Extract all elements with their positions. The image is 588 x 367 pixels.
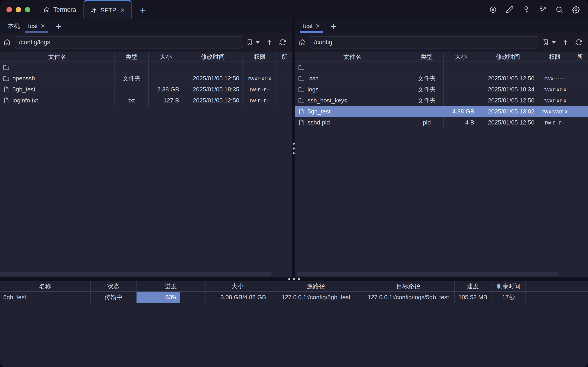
folder-icon	[3, 64, 10, 71]
bookmark-off-icon[interactable]	[542, 39, 549, 46]
close-icon[interactable]: ✕	[41, 23, 45, 29]
left-file-table: 文件名 类型 大小 修改时间 权限 所 .. openssh	[0, 52, 292, 277]
column-header-owner[interactable]: 所	[572, 52, 588, 62]
file-size	[444, 95, 478, 106]
folder-icon	[3, 75, 10, 82]
folder-icon	[298, 64, 305, 71]
column-header-type[interactable]: 类型	[115, 52, 149, 62]
table-row[interactable]: 5gb_test 2.38 GB 2025/01/05 18:35 rw-r--…	[0, 84, 292, 95]
minimize-window-button[interactable]	[16, 7, 21, 12]
left-tab-test[interactable]: test ✕	[24, 19, 49, 33]
close-icon[interactable]: ✕	[120, 7, 125, 14]
column-header-mtime[interactable]: 修改时间	[183, 52, 243, 62]
file-mtime: 2025/01/05 12:50	[478, 117, 538, 128]
right-tab-test[interactable]: test ✕	[299, 19, 324, 33]
tab-sftp[interactable]: SFTP ✕	[84, 0, 132, 19]
file-perm: rwxr-xr-x	[538, 95, 572, 106]
right-new-tab-button[interactable]: ＋	[324, 19, 343, 33]
git-branch-icon[interactable]	[539, 6, 547, 14]
search-icon[interactable]	[555, 6, 563, 14]
horizontal-splitter[interactable]	[0, 277, 588, 281]
column-header-filename[interactable]: 文件名	[295, 52, 410, 62]
transfer-row[interactable]: 5gb_test 传输中 63% 3.08 GB/4.88 GB 127.0.0…	[0, 292, 588, 303]
splitter-dot	[293, 143, 295, 145]
file-size: 127 B	[149, 95, 183, 106]
horizontal-scrollbar[interactable]	[297, 272, 559, 275]
column-header-owner[interactable]: 所	[277, 52, 292, 62]
file-owner	[572, 95, 588, 106]
up-directory-icon[interactable]	[562, 39, 569, 46]
table-row[interactable]: openssh 文件夹 2025/01/05 12:50 rwxr-xr-x	[0, 73, 292, 84]
app-tab-termora[interactable]: Termora	[41, 0, 78, 19]
gear-icon[interactable]	[572, 6, 580, 14]
table-row[interactable]: logs 文件夹 2025/01/05 18:34 rwxr-xr-x	[295, 84, 588, 95]
column-header-size[interactable]: 大小	[149, 52, 183, 62]
sftp-main-area: 本机 test ✕ ＋	[0, 19, 588, 277]
left-path-input[interactable]	[15, 36, 242, 49]
column-header-type[interactable]: 类型	[410, 52, 444, 62]
close-icon[interactable]: ✕	[315, 23, 320, 29]
file-mtime: 2025/01/05 12:50	[478, 95, 538, 106]
transfer-arrows-icon	[90, 7, 97, 14]
home-icon[interactable]	[298, 38, 306, 46]
file-mtime: 2025/01/05 12:50	[183, 73, 243, 84]
home-icon	[43, 6, 50, 13]
left-tab-local[interactable]: 本机	[4, 19, 24, 33]
close-window-button[interactable]	[7, 7, 12, 12]
table-row[interactable]: ssh_host_keys 文件夹 2025/01/05 12:50 rwxr-…	[295, 95, 588, 106]
chevron-down-icon[interactable]	[256, 41, 260, 44]
column-header-size[interactable]: 大小	[444, 52, 478, 62]
column-header-filename[interactable]: 文件名	[0, 52, 115, 62]
file-perm	[538, 62, 572, 73]
table-row[interactable]: sshd.pid pid 4 B 2025/01/05 12:50 rw-r--…	[295, 117, 588, 128]
column-header-mtime[interactable]: 修改时间	[478, 52, 538, 62]
column-header-perm[interactable]: 权限	[538, 52, 572, 62]
right-path-actions	[542, 39, 582, 46]
progress-bar: 63%	[136, 292, 180, 303]
refresh-icon[interactable]	[575, 39, 582, 46]
column-header-progress[interactable]: 进度	[136, 281, 205, 292]
column-header-name[interactable]: 名称	[0, 281, 91, 292]
bookmark-icon[interactable]	[246, 39, 253, 46]
column-header-target[interactable]: 目标路径	[362, 281, 455, 292]
pencil-icon[interactable]	[506, 6, 513, 14]
key-icon[interactable]	[522, 6, 530, 14]
table-row[interactable]: .ssh 文件夹 2025/01/05 12:50 rwx------	[295, 73, 588, 84]
column-header-perm[interactable]: 权限	[243, 52, 277, 62]
file-size: 4 B	[444, 117, 478, 128]
left-new-tab-button[interactable]: ＋	[49, 19, 68, 33]
table-row[interactable]: ..	[295, 62, 588, 73]
right-path-input[interactable]	[310, 36, 538, 49]
file-perm: rwxr-xr-x	[538, 84, 572, 95]
vertical-splitter[interactable]	[292, 19, 295, 277]
bookmark-group	[246, 39, 260, 46]
table-row[interactable]: ..	[0, 62, 292, 73]
horizontal-scrollbar[interactable]	[0, 272, 272, 275]
record-icon[interactable]	[489, 6, 497, 14]
column-header-filler	[526, 281, 588, 292]
tab-sftp-label: SFTP	[101, 7, 116, 14]
file-size	[444, 62, 478, 73]
home-icon[interactable]	[3, 38, 11, 46]
table-row-selected[interactable]: 5gb_test 4.88 GB 2025/01/05 13:02 rwxrwx…	[295, 106, 588, 117]
maximize-window-button[interactable]	[25, 7, 30, 12]
column-header-speed[interactable]: 速度	[455, 281, 491, 292]
file-icon	[3, 86, 10, 93]
refresh-icon[interactable]	[279, 39, 286, 46]
table-row[interactable]: loginfo.txt txt 127 B 2025/01/05 12:50 r…	[0, 95, 292, 106]
right-pathbar	[295, 33, 588, 52]
column-header-status[interactable]: 状态	[91, 281, 136, 292]
new-tab-button[interactable]: ＋	[132, 0, 154, 19]
chevron-down-icon[interactable]	[552, 41, 556, 44]
progress-label: 63%	[165, 294, 178, 301]
column-header-size[interactable]: 大小	[205, 281, 270, 292]
column-header-source[interactable]: 源路径	[270, 281, 362, 292]
titlebar: Termora SFTP ✕ ＋	[0, 0, 588, 19]
column-header-remaining[interactable]: 剩余时间	[491, 281, 526, 292]
file-type: txt	[115, 95, 149, 106]
app-tab-label: Termora	[53, 6, 76, 13]
folder-icon	[298, 75, 305, 82]
up-directory-icon[interactable]	[266, 39, 273, 46]
file-size	[149, 62, 183, 73]
splitter-dot	[288, 278, 290, 280]
